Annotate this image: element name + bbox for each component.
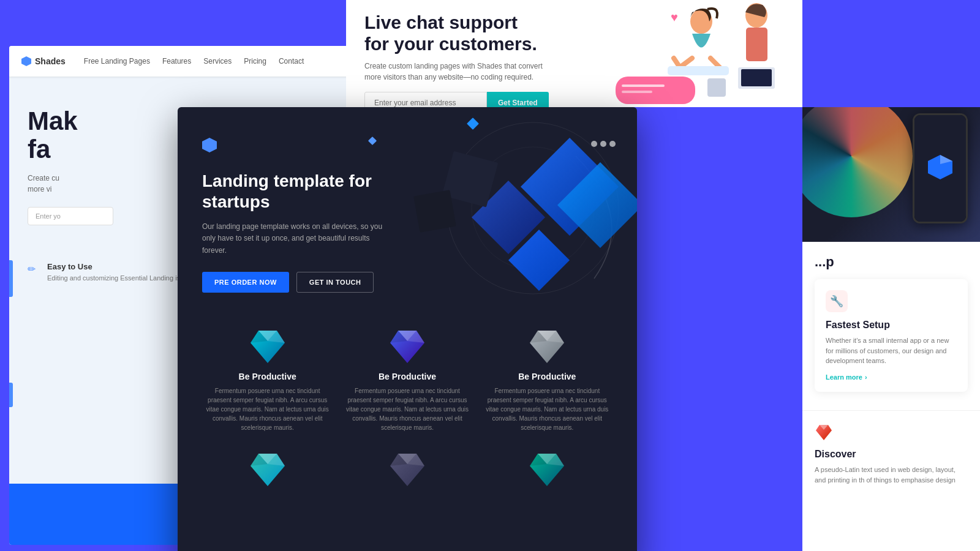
feature-card-title-2: Be Productive	[342, 372, 472, 381]
phone-screen	[914, 115, 966, 222]
feature-card-desc-3: Fermentum posuere urna nec tincidunt pra…	[482, 386, 612, 432]
feature-card-3: Be Productive Fermentum posuere urna nec…	[482, 328, 612, 432]
top-illustration: ♥	[606, 0, 802, 107]
discover-gem-icon	[815, 423, 833, 441]
svg-rect-3	[746, 28, 767, 61]
pencil-icon: ✏	[28, 263, 40, 276]
feature-card-1: Be Productive Fermentum posuere urna nec…	[202, 328, 333, 432]
feature-card-desc-1: Fermentum posuere urna nec tincidunt pra…	[202, 386, 333, 432]
nav-logo: Shades	[21, 56, 66, 66]
feature-card-desc-2: Fermentum posuere urna nec tincidunt pra…	[342, 386, 472, 432]
right-mockup-area	[802, 107, 980, 242]
learn-more-link[interactable]: Learn more ›	[826, 373, 957, 381]
top-center-desc: Create custom landing pages with Shades …	[364, 61, 548, 83]
feature-card-4	[202, 451, 333, 495]
discover-title: Discover	[815, 449, 968, 460]
discover-desc: A pseudo-Latin text used in web design, …	[815, 465, 968, 485]
bottom-right-panel: Discover A pseudo-Latin text used in web…	[802, 410, 980, 551]
chat-bubble-pink	[616, 77, 695, 104]
feature-icon-2	[389, 328, 426, 364]
top-center-title: Live chat supportfor your customers.	[364, 12, 588, 54]
feature-icon-3	[529, 328, 565, 364]
center-logo-icon	[202, 138, 217, 152]
nav-link-2[interactable]: Features	[162, 57, 191, 66]
phone-app-icon	[925, 152, 956, 182]
top-email-form: Get Started	[364, 92, 588, 107]
nav-link-1[interactable]: Free Landing Pages	[84, 57, 150, 66]
wrench-icon: 🔧	[826, 290, 848, 312]
fastest-setup-card: 🔧 Fastest Setup Whether it's a small int…	[815, 279, 968, 392]
left-accent-bar2	[9, 383, 13, 407]
left-email-input[interactable]: Enter yo	[28, 207, 113, 225]
center-features: Be Productive Fermentum posuere urna nec…	[178, 309, 637, 451]
center-hero-desc: Our landing page template works on all d…	[202, 221, 386, 257]
left-nav: Shades Free Landing Pages Features Servi…	[9, 46, 349, 77]
feature-card-2: Be Productive Fermentum posuere urna nec…	[342, 328, 472, 432]
feature-card-title-1: Be Productive	[202, 372, 333, 381]
center-hero-title: Landing template for startups	[202, 171, 398, 212]
heart-icon: ♥	[671, 10, 678, 24]
center-buttons: PRE ORDER NOW GET IN TOUCH	[202, 272, 612, 293]
gem-icon-blue	[389, 328, 426, 364]
bg-gradient-circle	[802, 107, 913, 217]
feature-card-6	[482, 451, 612, 495]
center-panel: Landing template for startups Our landin…	[178, 107, 637, 551]
phone-content	[925, 152, 956, 185]
gem-icon-cyan2	[249, 451, 286, 487]
nav-link-4[interactable]: Pricing	[244, 57, 266, 66]
top-center-panel: Live chat supportfor your customers. Cre…	[346, 0, 802, 107]
center-hero-content: Landing template for startups Our landin…	[178, 107, 637, 309]
center-features-bottom	[178, 451, 637, 495]
svg-rect-7	[622, 91, 652, 93]
logo-icon	[21, 56, 31, 66]
nav-link-3[interactable]: Services	[203, 57, 232, 66]
logo-text: Shades	[35, 56, 66, 66]
person2-figure	[738, 3, 775, 89]
gem-icon-gray	[529, 328, 565, 364]
feature-icon-1	[249, 328, 286, 364]
center-hero: Landing template for startups Our landin…	[178, 107, 637, 309]
feature-icon-5	[389, 451, 426, 487]
card-desc: Whether it's a small internal app or a n…	[826, 335, 957, 366]
feature-card-title-3: Be Productive	[482, 372, 612, 381]
chat-square-icon	[707, 78, 726, 97]
right-partial-title: ...p	[815, 254, 968, 270]
learn-more-text: Learn more	[826, 373, 862, 381]
preorder-button[interactable]: PRE ORDER NOW	[202, 272, 289, 293]
feature-icon-6	[529, 451, 565, 487]
card-title: Fastest Setup	[826, 320, 957, 331]
left-hero-desc: Create cumore vi	[28, 173, 162, 195]
feature-icon-4	[249, 451, 286, 487]
nav-link-5[interactable]: Contact	[279, 57, 304, 66]
svg-rect-5	[741, 69, 772, 86]
right-panel-content: ...p 🔧 Fastest Setup Whether it's a smal…	[802, 242, 980, 404]
get-started-button[interactable]: Get Started	[487, 92, 549, 107]
left-accent-bar	[9, 260, 13, 297]
top-email-input[interactable]	[364, 92, 487, 107]
gem-icon-dark	[389, 451, 426, 487]
getintouch-button[interactable]: GET IN TOUCH	[296, 272, 374, 293]
chevron-right-icon: ›	[865, 373, 867, 381]
top-center-content: Live chat supportfor your customers. Cre…	[346, 0, 802, 107]
nav-links: Free Landing Pages Features Services Pri…	[84, 57, 304, 66]
svg-rect-6	[622, 84, 665, 87]
gem-icon-teal	[529, 451, 565, 487]
top-center-text: Live chat supportfor your customers. Cre…	[346, 0, 606, 107]
chat-illustration-svg: ♥	[606, 0, 802, 107]
gem-icon-cyan	[249, 328, 286, 364]
phone-mockup	[913, 113, 968, 223]
svg-rect-1	[668, 66, 729, 75]
feature-card-5	[342, 451, 472, 495]
